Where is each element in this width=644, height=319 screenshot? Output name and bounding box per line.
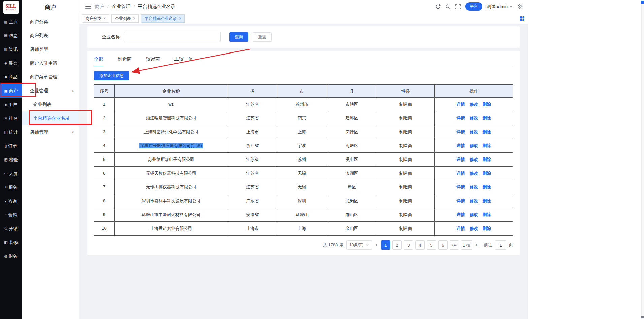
breadcrumb-item[interactable]: 商户	[95, 4, 104, 10]
rail-item[interactable]: ◆ 商品	[0, 70, 22, 84]
detail-link[interactable]: 详情	[457, 212, 465, 217]
rail-item[interactable]: ◔ 营销	[0, 208, 22, 222]
user-menu[interactable]: 测试admin	[487, 4, 513, 10]
prev-page-button[interactable]: ‹	[375, 242, 378, 248]
rail-item[interactable]: ● 用户	[0, 98, 22, 111]
scrollbar[interactable]	[641, 0, 644, 319]
rail-item[interactable]: ✦ 服务	[0, 180, 22, 194]
edit-link[interactable]: 修改	[470, 185, 478, 189]
delete-link[interactable]: 删除	[482, 157, 491, 162]
page-button[interactable]: 179	[461, 240, 472, 250]
detail-link[interactable]: 详情	[457, 130, 465, 134]
add-company-button[interactable]: 添加企业信息	[94, 71, 129, 80]
delete-link[interactable]: 删除	[482, 116, 491, 120]
rail-item[interactable]: ▣ 商户	[0, 84, 22, 98]
page-button[interactable]: 1	[381, 240, 390, 250]
submenu-item[interactable]: 商户菜单管理	[22, 70, 79, 84]
submenu-item[interactable]: 企业列表	[22, 98, 79, 111]
submenu-item[interactable]: 企业管理	[22, 84, 79, 98]
delete-link[interactable]: 删除	[482, 226, 491, 231]
gear-icon[interactable]	[517, 4, 523, 9]
rail-item[interactable]: ◧ 装修	[0, 236, 22, 249]
edit-link[interactable]: 修改	[470, 212, 478, 217]
rail-item[interactable]: ◈ 展会	[0, 56, 22, 70]
page-button[interactable]: 3	[404, 240, 413, 250]
page-button[interactable]: 2	[392, 240, 402, 250]
rail-item[interactable]: ▥ 资讯	[0, 42, 22, 56]
search-icon[interactable]	[445, 4, 451, 9]
total-count: 共 1788 条	[323, 242, 344, 248]
view-tag[interactable]: 商户分类 ×	[82, 14, 109, 23]
delete-link[interactable]: 删除	[482, 102, 491, 107]
rail-item[interactable]: ▤ 信息	[0, 29, 22, 42]
query-button[interactable]: 查询	[229, 32, 248, 42]
delete-link[interactable]: 删除	[482, 185, 491, 189]
filter-tab[interactable]: 制造商	[118, 56, 132, 66]
detail-link[interactable]: 详情	[457, 199, 465, 203]
detail-link[interactable]: 详情	[457, 171, 465, 176]
company-name-input[interactable]	[124, 32, 221, 42]
submenu-item[interactable]: 商户分类	[22, 15, 79, 29]
edit-link[interactable]: 修改	[470, 226, 478, 231]
rail-item[interactable]: ◫ 统计	[0, 125, 22, 139]
edit-link[interactable]: 修改	[470, 102, 478, 107]
rail-item[interactable]: ▯ 订单	[0, 139, 22, 153]
filter-tab[interactable]: 全部	[94, 56, 103, 66]
cell-province: 江苏省	[228, 111, 277, 125]
rail-item[interactable]: ▦ 主页	[0, 15, 22, 29]
cell-company-name: 苏州德斯森电子有限公司	[115, 153, 228, 167]
page-size-value: 10条/页	[349, 242, 363, 248]
delete-link[interactable]: 删除	[482, 171, 491, 176]
detail-link[interactable]: 详情	[457, 157, 465, 162]
rail-item[interactable]: ◩ 检验	[0, 153, 22, 167]
submenu-item[interactable]: 商户列表	[22, 29, 79, 42]
filter-tab[interactable]: 贸易商	[146, 56, 160, 66]
view-tag[interactable]: 平台精选企业名录 ×	[141, 14, 185, 23]
edit-link[interactable]: 修改	[470, 199, 478, 203]
detail-link[interactable]: 详情	[457, 226, 465, 231]
page-size-select[interactable]: 10条/页	[346, 240, 372, 250]
detail-link[interactable]: 详情	[457, 102, 465, 107]
rail-item[interactable]: ◇ 分销	[0, 222, 22, 236]
close-icon[interactable]: ×	[179, 16, 181, 21]
edit-link[interactable]: 修改	[470, 143, 478, 148]
delete-link[interactable]: 删除	[482, 130, 491, 134]
rail-item[interactable]: ▭ 大屏	[0, 167, 22, 180]
close-icon[interactable]: ×	[133, 16, 135, 21]
submenu-item[interactable]: 店铺类型	[22, 42, 79, 56]
next-page-button[interactable]: ›	[475, 242, 478, 248]
detail-link[interactable]: 详情	[457, 143, 465, 148]
close-icon[interactable]: ×	[103, 16, 106, 21]
edit-link[interactable]: 修改	[470, 116, 478, 120]
tag-panel-icon[interactable]	[520, 16, 524, 21]
delete-link[interactable]: 删除	[482, 212, 491, 217]
delete-link[interactable]: 删除	[482, 143, 491, 148]
table-header-cell: 县	[327, 85, 377, 98]
filter-tab[interactable]: 工贸一体	[174, 56, 193, 66]
detail-link[interactable]: 详情	[457, 116, 465, 120]
reset-button[interactable]: 重置	[253, 32, 272, 42]
edit-link[interactable]: 修改	[470, 130, 478, 134]
hamburger-icon[interactable]	[85, 4, 91, 9]
page-button[interactable]: 4	[415, 240, 425, 250]
delete-link[interactable]: 删除	[482, 199, 491, 203]
goto-page-input[interactable]	[495, 240, 506, 250]
page-button[interactable]: 6	[438, 240, 448, 250]
detail-link[interactable]: 详情	[457, 185, 465, 189]
submenu-item[interactable]: 店铺管理	[22, 125, 79, 139]
fullscreen-icon[interactable]	[455, 4, 461, 9]
edit-link[interactable]: 修改	[470, 171, 478, 176]
submenu-item[interactable]: 平台精选企业名录	[22, 111, 79, 125]
page-button[interactable]: 5	[427, 240, 436, 250]
rail-item[interactable]: ◐ 咨询	[0, 194, 22, 208]
rail-item[interactable]: ◍ 财务	[0, 249, 22, 263]
cell-province: 江苏省	[228, 167, 277, 180]
edit-link[interactable]: 修改	[470, 157, 478, 162]
page-button[interactable]: •••	[450, 240, 459, 250]
rail-item[interactable]: ♕ 排名	[0, 111, 22, 125]
submenu-item[interactable]: 商户入驻申请	[22, 56, 79, 70]
breadcrumb-item[interactable]: 企业管理	[104, 4, 131, 10]
refresh-icon[interactable]	[435, 4, 441, 9]
view-tag[interactable]: 企业列表 ×	[111, 14, 139, 23]
breadcrumb-item[interactable]: 平台精选企业名录	[131, 4, 176, 10]
